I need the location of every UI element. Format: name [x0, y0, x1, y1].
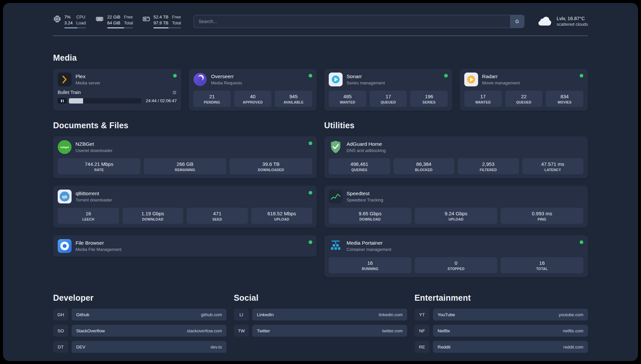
app-card-portainer[interactable]: Media Portainer Container management 16 … — [324, 235, 588, 277]
stat-label: TOTAL — [502, 267, 582, 271]
app-name: Sonarr — [347, 74, 385, 79]
app-card-adguard[interactable]: AdGuard Home DNS and adblocking 498,461 … — [324, 136, 588, 178]
stat-tile: 22 QUEUED — [505, 91, 543, 107]
disk-usage-bar — [153, 27, 181, 28]
stat-tile: 17 QUEUED — [370, 91, 407, 107]
stat-value: 0 — [416, 260, 496, 266]
stat-tile: 9.24 Gbps UPLOAD — [415, 208, 498, 224]
stat-tile: 0 STOPPED — [415, 257, 498, 273]
bookmark-url: reddit.com — [563, 345, 583, 349]
app-subtitle: Usenet downloader — [76, 148, 112, 153]
stat-value: 618.52 Mbps — [253, 211, 311, 216]
stat-value: 40 — [235, 94, 270, 99]
dashboard: 7% 3.24 CPU Load — [3, 3, 638, 361]
bookmark-name: LinkedIn — [257, 312, 274, 317]
bookmark-url: github.com — [201, 312, 222, 317]
status-dot — [580, 240, 583, 244]
app-card-qbittorrent[interactable]: qb qBittorrent Torrent downloader 16 LEE… — [53, 186, 317, 228]
app-name: Plex — [76, 74, 100, 79]
bookmark-name: Twitter — [257, 328, 270, 333]
bookmark-twitter[interactable]: TW Twitter twitter.com — [234, 325, 407, 337]
stat-tile: 744.21 Mbps RATE — [58, 158, 140, 174]
search-provider-button[interactable]: G — [510, 15, 524, 28]
app-subtitle: Media server — [76, 80, 100, 85]
stat-tile: 196 SERIES — [410, 91, 448, 107]
bookmark-abbr: YT — [414, 309, 430, 320]
stat-value: 21 — [195, 94, 229, 99]
stat-label: SEED — [188, 217, 247, 221]
stat-tile: 16 RUNNING — [329, 257, 412, 273]
app-card-sonarr[interactable]: Sonarr Series management 485 WANTED 17 Q… — [324, 69, 452, 111]
section-title-documents: Documents & Files — [53, 121, 317, 130]
app-subtitle: DNS and adblocking — [347, 148, 386, 153]
stat-label: DOWNLOAD — [330, 217, 410, 221]
bookmark-name: StackOverflow — [76, 328, 105, 333]
cpu-usage-bar — [64, 27, 86, 28]
bookmark-url: twitter.com — [382, 328, 403, 333]
header-divider — [53, 36, 588, 36]
status-dot — [173, 74, 177, 77]
app-card-nzbget[interactable]: nzbget NZBGet Usenet downloader 744.21 M… — [53, 136, 317, 178]
app-card-overseerr[interactable]: Overseerr Media Requests 21 PENDING 40 A… — [189, 69, 317, 111]
top-bar: 7% 3.24 CPU Load — [53, 14, 588, 28]
bookmark-reddit[interactable]: RE Reddit reddit.com — [414, 341, 588, 353]
app-name: Media Portainer — [347, 240, 391, 246]
bookmark-abbr: TW — [234, 325, 249, 337]
pause-button[interactable] — [58, 98, 67, 104]
gear-icon[interactable]: ⚙ — [172, 90, 177, 95]
section-title-developer: Developer — [53, 293, 227, 303]
status-dot — [309, 240, 312, 244]
stat-tile: 485 WANTED — [329, 91, 366, 107]
stat-label: UPLOAD — [416, 217, 496, 221]
stat-tile: 0.993 ms PING — [501, 208, 583, 224]
stat-label: QUEUED — [506, 100, 541, 104]
stat-label: QUERIES — [330, 168, 389, 172]
app-subtitle: Torrent downloader — [76, 197, 112, 202]
stat-label: WANTED — [466, 100, 501, 104]
app-card-speedtest[interactable]: Speedtest Speedtest Tracking 9.65 Gbps D… — [324, 186, 588, 228]
stat-tile: 16 TOTAL — [501, 257, 583, 273]
stat-value: 39.6 TB — [231, 161, 311, 167]
bookmark-dev[interactable]: DT DEV dev.to — [53, 341, 227, 353]
bookmark-netflix[interactable]: NF Netflix netflix.com — [414, 325, 588, 337]
stat-tile: 834 MOVIES — [546, 91, 583, 107]
bookmark-url: netflix.com — [563, 328, 583, 333]
memory-free-value: 22 GiB — [107, 14, 120, 20]
bookmark-github[interactable]: GH Github github.com — [53, 309, 227, 320]
stat-tile: 1.19 Gbps DOWNLOAD — [122, 208, 184, 224]
weather-widget: Lviv, 16.87°C scattered clouds — [537, 15, 588, 28]
weather-condition: scattered clouds — [557, 22, 588, 27]
search-input[interactable] — [194, 15, 524, 28]
bookmark-linkedin[interactable]: LI LinkedIn linkedin.com — [234, 309, 407, 320]
section-social: Social LI LinkedIn linkedin.com TW Twitt… — [234, 293, 407, 341]
app-card-plex[interactable]: Plex Media server Bullet Train ⚙ 24:44 /… — [53, 69, 181, 111]
status-dot — [309, 141, 312, 145]
app-card-radarr[interactable]: Radarr Movie management 17 WANTED 22 QUE… — [460, 69, 588, 111]
nzbget-icon: nzbget — [58, 140, 72, 154]
bookmark-url: stackoverflow.com — [187, 328, 222, 333]
stat-tile: 2,953 FILTERED — [458, 158, 519, 174]
bookmark-youtube[interactable]: YT YouTube youtube.com — [414, 309, 588, 320]
stat-value: 498,461 — [330, 161, 389, 167]
section-documents: Documents & Files nzbget NZBGet Usenet d… — [53, 121, 317, 277]
memory-label-1: Free — [124, 14, 133, 20]
speedtest-icon — [329, 190, 343, 203]
stat-label: LEECH — [59, 217, 118, 221]
stat-tile: 9.65 Gbps DOWNLOAD — [329, 208, 412, 224]
memory-usage-bar — [107, 27, 133, 28]
stat-label: STOPPED — [416, 267, 496, 271]
stat-label: RUNNING — [330, 267, 410, 271]
stat-value: 485 — [330, 94, 365, 99]
stat-tile: 86,384 BLOCKED — [393, 158, 455, 174]
app-card-filebrowser[interactable]: File Browser Media File Management — [53, 235, 317, 257]
section-media: Media Plex Media server — [53, 53, 588, 111]
bookmark-abbr: GH — [53, 309, 68, 320]
cpu-label-2: Load — [76, 20, 86, 26]
stat-tile: 266 GB REMAINING — [144, 158, 227, 174]
disk-label-2: Total — [172, 20, 181, 26]
bookmark-stackoverflow[interactable]: SO StackOverflow stackoverflow.com — [53, 325, 227, 337]
playback-progress-bar[interactable] — [69, 98, 141, 104]
stat-tile: 21 PENDING — [193, 91, 231, 107]
weather-location: Lviv, 16.87°C — [557, 16, 588, 21]
radarr-icon — [464, 73, 478, 86]
